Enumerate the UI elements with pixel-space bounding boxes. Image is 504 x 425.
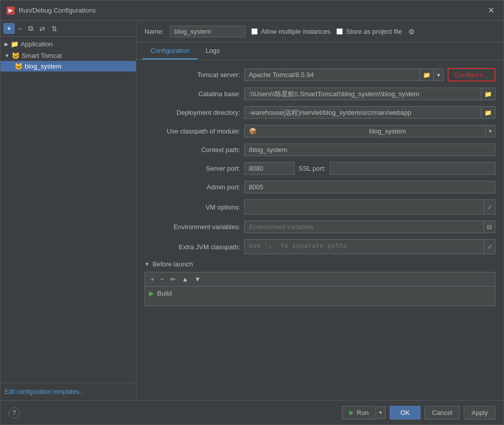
smart-tomcat-group-label: Smart Tomcat (22, 52, 62, 59)
run-button[interactable]: ▶ Run (342, 406, 376, 419)
env-variables-placeholder: Environment variables (245, 221, 483, 233)
extra-jvm-row: Extra JVM classpath: ⤢ (145, 239, 495, 254)
bottom-right: ▶ Run ▾ OK Cancel Apply (342, 406, 495, 419)
env-variables-group: Environment variables ⊟ (244, 221, 495, 233)
run-dropdown-button[interactable]: ▾ (376, 406, 386, 419)
allow-multiple-group: Allow multiple instances (251, 28, 330, 35)
catalina-base-label: Catalina base: (145, 90, 240, 98)
vm-options-label: VM options: (145, 203, 240, 211)
tomcat-server-row: Tomcat server: 📁 ▾ Configure... (145, 68, 495, 82)
edit-templates-link[interactable]: Edit configuration templates... (1, 383, 136, 400)
main-content: + − ⧉ ⇄ ⇅ ▶ 📁 Application ▼ 🐱 (1, 21, 503, 400)
blog-system-item[interactable]: 🐱 blog_system (1, 61, 136, 72)
settings-icon[interactable]: ⚙ (408, 28, 415, 36)
store-project-group: Store as project file (336, 28, 402, 35)
blog-system-icon: 🐱 (15, 62, 23, 70)
before-launch-toolbar: + − ✏ ▲ ▼ (145, 272, 495, 286)
allow-multiple-label: Allow multiple instances (261, 28, 330, 35)
vm-options-input[interactable] (245, 200, 484, 214)
close-button[interactable]: ✕ (485, 5, 497, 16)
smart-tomcat-group-header[interactable]: ▼ 🐱 Smart Tomcat (1, 50, 136, 61)
before-launch-up-btn[interactable]: ▲ (179, 274, 191, 284)
env-variables-label: Environment variables: (145, 223, 240, 231)
run-debug-dialog: ▶ Run/Debug Configurations ✕ + − ⧉ ⇄ ⇅ ▶… (0, 0, 504, 425)
add-config-button[interactable]: + (4, 23, 15, 34)
run-btn-group: ▶ Run ▾ (342, 406, 386, 419)
vm-options-row: VM options: ⤢ (145, 199, 495, 215)
classpath-dropdown-arrow[interactable]: ▾ (485, 126, 495, 136)
before-launch-list: ▶ Build (145, 286, 495, 306)
application-group-header[interactable]: ▶ 📁 Application (1, 39, 136, 49)
ssl-port-input[interactable] (330, 162, 495, 175)
vm-options-expand-btn[interactable]: ⤢ (484, 200, 495, 214)
title-bar: ▶ Run/Debug Configurations ✕ (1, 1, 503, 21)
ssl-port-label: SSL port: (299, 165, 326, 172)
before-launch-section: ▼ Before launch + − ✏ ▲ ▼ ▶ Build (145, 260, 495, 306)
copy-config-button[interactable]: ⧉ (26, 23, 36, 34)
allow-multiple-checkbox[interactable] (251, 28, 258, 35)
remove-config-button[interactable]: − (16, 23, 25, 34)
catalina-base-input[interactable] (245, 88, 481, 100)
tomcat-server-input-group: 📁 ▾ (244, 68, 444, 81)
admin-port-input[interactable] (244, 181, 495, 193)
classpath-module-row: Use classpath of module: 📦 blog_system ▾ (145, 125, 495, 137)
admin-port-label: Admin port: (145, 183, 240, 191)
before-launch-add-btn[interactable]: + (148, 274, 157, 284)
name-label: Name: (145, 28, 164, 35)
before-launch-header: ▼ Before launch (145, 260, 495, 268)
server-port-input[interactable] (244, 162, 295, 175)
deployment-dir-input[interactable] (245, 107, 481, 118)
server-port-label: Server port: (145, 165, 240, 172)
sidebar: + − ⧉ ⇄ ⇅ ▶ 📁 Application ▼ 🐱 (1, 21, 136, 400)
tabs-bar: Configuration Logs (136, 43, 503, 60)
extra-jvm-group: ⤢ (244, 239, 495, 254)
title-bar-left: ▶ Run/Debug Configurations (7, 7, 96, 15)
application-folder-icon: 📁 (11, 40, 19, 48)
classpath-module-value: blog_system (365, 125, 485, 137)
name-input[interactable] (170, 26, 245, 37)
context-path-row: Context path: (145, 144, 495, 156)
vm-options-group: ⤢ (244, 199, 495, 215)
context-path-input[interactable] (244, 144, 495, 156)
configure-button[interactable]: Configure... (448, 68, 495, 82)
dialog-title: Run/Debug Configurations (19, 7, 96, 14)
cancel-button[interactable]: Cancel (424, 406, 460, 419)
before-launch-remove-btn[interactable]: − (158, 274, 167, 284)
bottom-bar: ? ▶ Run ▾ OK Cancel Apply (1, 400, 503, 424)
tomcat-dropdown-icon[interactable]: ▾ (434, 69, 443, 81)
classpath-module-label: Use classpath of module: (145, 127, 240, 135)
build-label: Build (157, 290, 172, 297)
port-row: Server port: SSL port: (145, 162, 495, 175)
extra-jvm-expand-btn[interactable]: ⤢ (484, 240, 495, 254)
catalina-browse-icon[interactable]: 📁 (481, 89, 495, 100)
smart-tomcat-icon: 🐱 (12, 52, 20, 59)
smart-tomcat-arrow: ▼ (5, 53, 10, 58)
sidebar-tree: ▶ 📁 Application ▼ 🐱 Smart Tomcat 🐱 blog_… (1, 37, 136, 383)
build-launch-item: ▶ Build (149, 289, 491, 298)
application-group: ▶ 📁 Application (1, 39, 136, 49)
ok-button[interactable]: OK (390, 406, 420, 419)
extra-jvm-label: Extra JVM classpath: (145, 243, 240, 251)
deployment-dir-label: Deployment directory: (145, 109, 240, 116)
sort-config-button[interactable]: ⇅ (49, 23, 60, 34)
env-variables-edit-btn[interactable]: ⊟ (483, 222, 495, 233)
sidebar-toolbar: + − ⧉ ⇄ ⇅ (1, 21, 136, 37)
move-config-button[interactable]: ⇄ (37, 23, 48, 34)
tab-configuration[interactable]: Configuration (142, 43, 197, 59)
config-panel: Tomcat server: 📁 ▾ Configure... Catalina… (136, 60, 503, 400)
tomcat-server-input[interactable] (245, 69, 419, 81)
extra-jvm-input[interactable] (245, 240, 484, 254)
before-launch-edit-btn[interactable]: ✏ (168, 274, 178, 284)
before-launch-label: Before launch (153, 260, 193, 268)
help-button[interactable]: ? (9, 407, 20, 418)
deployment-browse-icon[interactable]: 📁 (481, 107, 495, 118)
build-icon: ▶ (149, 290, 154, 297)
before-launch-down-btn[interactable]: ▼ (192, 274, 203, 284)
tomcat-browse-icon[interactable]: 📁 (419, 69, 434, 81)
app-icon: ▶ (7, 7, 15, 15)
store-project-checkbox[interactable] (336, 28, 343, 35)
apply-button[interactable]: Apply (464, 406, 495, 419)
application-arrow: ▶ (5, 41, 9, 47)
before-launch-arrow: ▼ (145, 261, 150, 267)
tab-logs[interactable]: Logs (197, 43, 228, 59)
